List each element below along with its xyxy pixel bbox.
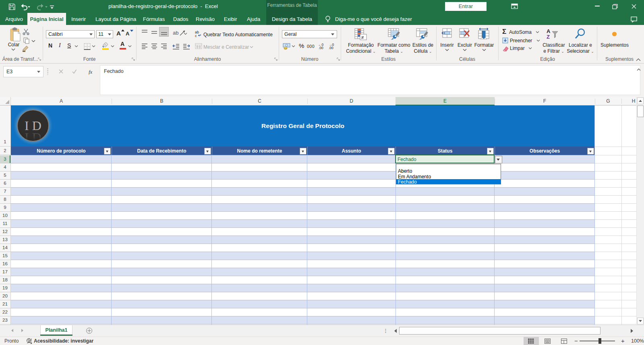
svg-text:,00: ,00: [329, 46, 333, 50]
svg-text:ab: ab: [173, 30, 178, 36]
svg-text:fx: fx: [89, 69, 93, 74]
svg-text:≠: ≠: [361, 35, 364, 40]
svg-text:A: A: [547, 28, 551, 34]
svg-text:c: c: [195, 34, 197, 37]
svg-text:,00: ,00: [319, 46, 323, 50]
svg-text:Z: Z: [547, 34, 550, 39]
